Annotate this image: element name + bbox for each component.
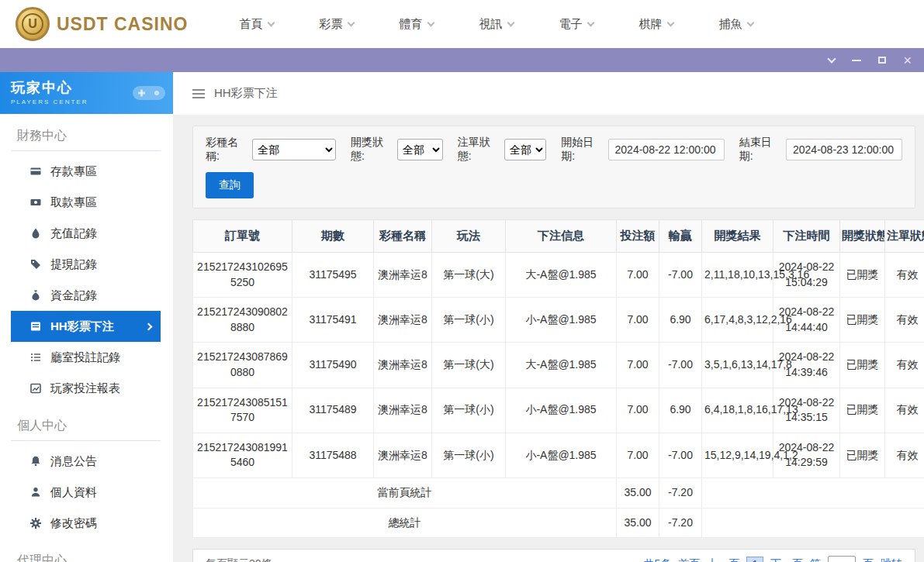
start-date-label: 開始日期: xyxy=(561,136,603,164)
logo: U USDT CASINO xyxy=(16,7,188,41)
filter-panel: 彩種名稱: 全部 開獎狀態: 全部 注單狀態: 全部 開始日期: 結束日期: 查… xyxy=(192,126,915,209)
logo-coin-icon: U xyxy=(16,7,50,41)
chevron-down-icon xyxy=(427,19,435,26)
table-row: 2152172430878690880 31175490 澳洲幸运8 第一球(大… xyxy=(193,343,924,388)
sidebar-item-change-password[interactable]: 修改密碼 xyxy=(11,508,161,539)
chevron-right-icon xyxy=(145,322,153,330)
gamepad-icon xyxy=(131,81,167,105)
top-nav: U USDT CASINO 首頁 彩票 體育 視訊 電子 棋牌 捕魚 xyxy=(0,0,924,48)
end-date-label: 結束日期: xyxy=(739,136,781,164)
prev-page-link[interactable]: 上一页 xyxy=(707,557,739,562)
nav-item-live[interactable]: 視訊 xyxy=(479,17,514,32)
nav-item-home[interactable]: 首頁 xyxy=(239,17,274,32)
page-summary-winloss: -7.20 xyxy=(659,478,702,508)
next-page-link[interactable]: 下一页 xyxy=(770,557,803,562)
bank-card-icon xyxy=(29,165,42,178)
order-status-select[interactable]: 全部 xyxy=(504,139,546,160)
page-summary-label: 當前頁統計 xyxy=(193,478,617,508)
bell-icon xyxy=(29,455,42,467)
draw-status-select[interactable]: 全部 xyxy=(397,139,443,160)
nav-item-sports[interactable]: 體育 xyxy=(399,17,434,32)
window-close-icon[interactable]: × xyxy=(903,53,912,67)
bets-table-wrap: 訂單號 期數 彩種名稱 玩法 下注信息 投注額 輸贏 開獎結果 下注時間 開獎狀… xyxy=(192,219,915,538)
table-row: 2152172430819915460 31175488 澳洲幸运8 第一球(小… xyxy=(193,433,924,478)
col-result: 開獎結果 xyxy=(702,220,773,253)
current-page: 1 xyxy=(746,557,763,562)
total-summary-label: 總統計 xyxy=(193,508,617,538)
jump-label-pre: 第 xyxy=(810,557,821,562)
sidebar-item-withdraw[interactable]: 取款專區 xyxy=(11,187,161,218)
chevron-down-icon xyxy=(747,19,755,26)
col-order-status: 注單狀態 xyxy=(885,220,924,253)
per-page-text: 每頁顯示20條 xyxy=(206,557,272,562)
breadcrumb: HH彩票下注 xyxy=(173,72,924,115)
tag-icon xyxy=(29,258,42,271)
window-chevron-down-icon[interactable] xyxy=(828,54,836,63)
sidebar-item-fund-records[interactable]: 資金記錄 xyxy=(11,280,161,311)
sidebar-item-hh-lottery-bets[interactable]: HH彩票下注 xyxy=(11,311,161,342)
banknote-icon xyxy=(29,196,42,209)
nav-item-cards[interactable]: 棋牌 xyxy=(638,17,673,32)
nav-item-fishing[interactable]: 捕魚 xyxy=(718,17,753,32)
money-bag-icon xyxy=(29,289,42,302)
page-title: HH彩票下注 xyxy=(214,86,278,101)
chevron-down-icon xyxy=(587,19,595,26)
sidebar-item-cashout-records[interactable]: 提現記錄 xyxy=(11,249,161,280)
gear-icon xyxy=(29,517,42,529)
window-title-bar: × xyxy=(0,48,924,72)
start-date-input[interactable] xyxy=(608,139,725,160)
sidebar-item-announcements[interactable]: 消息公告 xyxy=(11,446,161,477)
window-minimize-icon[interactable] xyxy=(852,60,861,61)
lottery-name-label: 彩種名稱: xyxy=(206,136,247,164)
col-period: 期數 xyxy=(292,220,374,253)
chevron-down-icon xyxy=(268,19,275,26)
chart-report-icon xyxy=(29,382,42,395)
total-count: 共5条 xyxy=(643,557,671,562)
col-play: 玩法 xyxy=(432,220,506,253)
document-icon xyxy=(29,320,42,333)
table-footer: 每頁顯示20條 共5条 首页 上一页 1 下一页 第 页 跳转 xyxy=(192,549,915,562)
sidebar-item-profile[interactable]: 個人資料 xyxy=(11,477,161,508)
end-date-input[interactable] xyxy=(786,139,902,160)
person-icon xyxy=(29,486,42,498)
sidebar-item-deposit[interactable]: 存款專區 xyxy=(11,156,161,187)
jump-button[interactable]: 跳转 xyxy=(881,557,902,562)
sidebar-item-player-bet-report[interactable]: 玩家投注報表 xyxy=(11,373,161,404)
chevron-down-icon xyxy=(348,19,355,26)
window-maximize-icon[interactable] xyxy=(878,57,886,64)
sidebar-item-recharge-records[interactable]: 充值記錄 xyxy=(11,218,161,249)
col-bet-info: 下注信息 xyxy=(506,220,617,253)
jump-page-input[interactable] xyxy=(828,556,856,562)
order-status-label: 注單狀態: xyxy=(458,136,500,164)
lottery-name-select[interactable]: 全部 xyxy=(252,139,335,160)
nav-item-lottery[interactable]: 彩票 xyxy=(319,17,354,32)
jump-label-post: 页 xyxy=(863,557,874,562)
col-bet-time: 下注時間 xyxy=(773,220,840,253)
first-page-link[interactable]: 首页 xyxy=(678,557,700,562)
total-summary-winloss: -7.20 xyxy=(659,508,702,538)
chevron-down-icon xyxy=(507,19,515,26)
sidebar: 玩家中心 PLAYERS CENTER 財務中心 存款專區 取款專區 充值記錄 … xyxy=(0,72,173,562)
col-lottery-name: 彩種名稱 xyxy=(374,220,432,253)
logo-text: USDT CASINO xyxy=(57,14,188,35)
table-row: 2152172431026955250 31175495 澳洲幸运8 第一球(大… xyxy=(193,253,924,298)
main-area: HH彩票下注 彩種名稱: 全部 開獎狀態: 全部 注單狀態: 全部 開始日期: xyxy=(173,72,924,562)
page-summary-row: 當前頁統計 35.00 -7.20 xyxy=(193,478,924,508)
total-summary-row: 總統計 35.00 -7.20 xyxy=(193,508,924,538)
menu-toggle-icon[interactable] xyxy=(192,89,205,98)
bets-table: 訂單號 期數 彩種名稱 玩法 下注信息 投注額 輸贏 開獎結果 下注時間 開獎狀… xyxy=(192,219,924,538)
section-title-agent: 代理中心 xyxy=(11,548,161,562)
list-icon xyxy=(29,351,42,364)
nav-item-slots[interactable]: 電子 xyxy=(559,17,594,32)
pagination: 共5条 首页 上一页 1 下一页 第 页 跳转 xyxy=(643,556,902,562)
table-row: 2152172430851517570 31175489 澳洲幸运8 第一球(小… xyxy=(193,388,924,433)
section-title-personal: 個人中心 xyxy=(11,413,161,441)
chevron-down-icon xyxy=(667,19,675,26)
col-amount: 投注額 xyxy=(617,220,659,253)
total-summary-amount: 35.00 xyxy=(617,508,659,538)
col-order-no: 訂單號 xyxy=(193,220,292,253)
col-winloss: 輸贏 xyxy=(659,220,702,253)
sidebar-item-hall-bet-records[interactable]: 廳室投註記錄 xyxy=(11,342,161,373)
query-button[interactable]: 查詢 xyxy=(206,172,254,198)
draw-status-label: 開獎狀態: xyxy=(351,136,393,164)
